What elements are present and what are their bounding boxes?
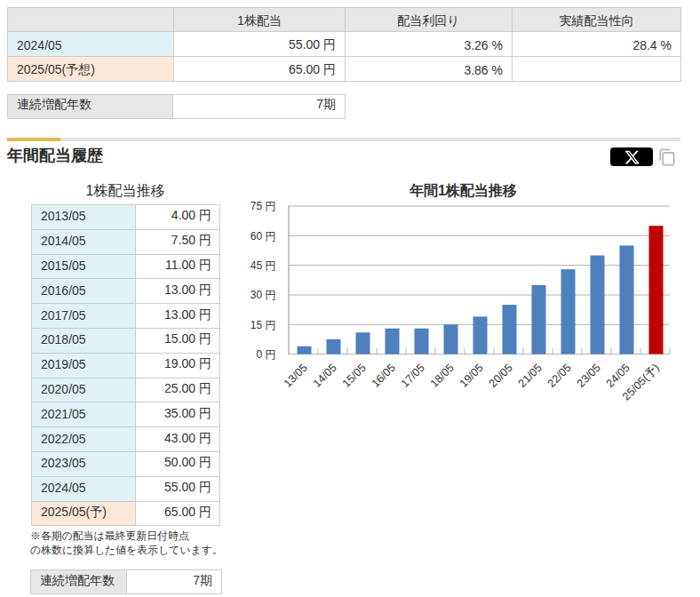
svg-text:年間1株配当推移: 年間1株配当推移 [409, 183, 517, 198]
svg-text:30 円: 30 円 [251, 289, 276, 301]
svg-text:16/05: 16/05 [370, 362, 398, 390]
svg-text:20/05: 20/05 [487, 362, 515, 390]
svg-text:0 円: 0 円 [256, 348, 275, 361]
svg-text:23/05: 23/05 [575, 362, 603, 390]
svg-text:13/05: 13/05 [282, 362, 310, 390]
svg-text:18/05: 18/05 [428, 362, 457, 390]
svg-text:60 円: 60 円 [251, 230, 276, 243]
svg-text:21/05: 21/05 [516, 362, 545, 390]
svg-text:15/05: 15/05 [340, 362, 369, 390]
svg-text:14/05: 14/05 [311, 362, 339, 390]
svg-text:17/05: 17/05 [399, 362, 427, 390]
svg-text:19/05: 19/05 [457, 362, 486, 390]
svg-text:15 円: 15 円 [251, 319, 276, 331]
svg-text:75 円: 75 円 [251, 200, 276, 212]
svg-text:22/05: 22/05 [545, 362, 574, 390]
svg-text:45 円: 45 円 [251, 259, 276, 272]
